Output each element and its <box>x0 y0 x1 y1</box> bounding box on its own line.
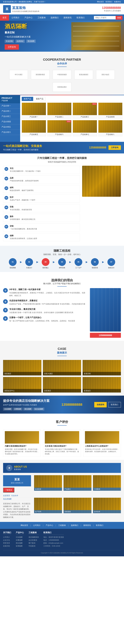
banner3-buttons: 在线咨询 联系我们 <box>94 402 121 408</box>
footer-nav-item-3[interactable]: 工程案例 <box>57 524 67 527</box>
footer-link[interactable]: 酒店隔断案例 <box>28 536 39 538</box>
nav-item-news[interactable]: 新闻资讯 <box>61 15 74 21</box>
arrow-icon-3: ▶ <box>69 260 71 266</box>
top-bar-link-collect[interactable]: 收藏本站 <box>114 1 121 3</box>
sidebar-item-product-5[interactable]: 产品分类六 <box>0 130 20 135</box>
footer-link[interactable]: 学校案例 <box>28 545 39 547</box>
why-item-title-1: 先进设备和精湛技术，质量保证 <box>9 299 85 302</box>
feature-title-7: 保障 <box>10 234 37 237</box>
process-step-5: 06 现场安装 <box>88 258 102 269</box>
sidebar-item-product-3[interactable]: 产品分类四 <box>0 119 20 124</box>
feature-title-1: 品质 <box>10 177 39 179</box>
feature-desc-6: 一站式酒店隔断定制，量身定制方案 <box>10 228 37 230</box>
footer-link[interactable]: 邮箱：info@example.com <box>44 542 64 544</box>
footer-link[interactable]: 电话：13588888888 <box>44 539 64 541</box>
banner3: 提供专业的酒店活动隔断解决方案 多种产品类型供您选择 专业团队为您服务 自由隔断… <box>0 396 124 414</box>
top-bar-link-contact[interactable]: 联系我们 <box>106 1 112 3</box>
footer-link[interactable]: 发展历程 <box>3 545 11 547</box>
nav-item-products[interactable]: 产品中心 <box>22 15 35 21</box>
about-more-btn[interactable]: 了解更多 <box>3 488 14 492</box>
banner2-phone: 13588888888 <box>89 146 106 149</box>
footer-link[interactable]: 企业文化 <box>3 539 11 541</box>
process-desc: 隔断测量、安装、验收一步一步都，省时省心 <box>3 253 121 256</box>
footer-nav-divider: | <box>43 524 44 526</box>
list-item: 05 安装 专业安装团队，快速高效安装 <box>3 204 80 212</box>
header-phone-sub: 专业技术人员为您服务 <box>102 10 121 12</box>
top-bar-link-home[interactable]: 网站首页 <box>97 1 104 3</box>
tab-newest[interactable]: 最新产品 <box>34 97 46 101</box>
footer-nav-divider: | <box>80 524 81 526</box>
products-en-title: PRODUCT <box>2 97 18 99</box>
why-content-3: 注重每一个细节，让客户产品到放心 每一道工序严格把控 品质不妥协，让您用得放心 … <box>9 316 75 322</box>
footer-nav-item-0[interactable]: 网站首页 <box>19 524 30 527</box>
footer-link[interactable]: 推拉隔断 <box>16 542 24 544</box>
main-nav: 首页 公司简介 产品中心 工程案例 选择我们 新闻资讯 联系我们 搜索 <box>0 15 124 21</box>
hero-btn[interactable]: 立即咨询 <box>5 44 19 50</box>
reviews-section: 客户评价 内蒙古某某酒楼反映如何? 该酒店需要一套灵活的隔断方案，经过多方比较，… <box>0 414 124 460</box>
banner3-phone: 13588888888 <box>62 402 82 407</box>
footer-nav-item-1[interactable]: 公司简介 <box>32 524 42 527</box>
site-header: 某 某某装饰 专业的酒店活动隔断定制安装服务商 13588888888 专业技术… <box>0 4 124 15</box>
footer-link[interactable]: 折叠隔断 <box>16 539 24 541</box>
footer-link[interactable]: 活动隔断 <box>16 536 24 538</box>
footer-link[interactable]: 餐厅案例 <box>28 542 39 544</box>
search-input[interactable] <box>94 16 116 20</box>
list-item: 产品名称七 <box>73 120 97 136</box>
footer-nav-item-5[interactable]: 新闻资讯 <box>82 524 92 527</box>
logo: 某 某某装饰 专业的酒店活动隔断定制安装服务商 <box>3 5 39 13</box>
banner3-btn-contact[interactable]: 联系我们 <box>108 402 121 408</box>
feature-text-5: 服务 全程跟踪服务，解决您的后顾之忧 <box>10 215 35 220</box>
about-left: 某某 装饰工程有限公司 了解更多 走进某某 · 社会伙伴 高品质隔断 某某装饰工… <box>3 475 31 519</box>
search-button[interactable]: 搜索 <box>116 16 122 20</box>
about-link-0[interactable]: 走进某某 · 社会伙伴 <box>3 494 31 498</box>
footer-link[interactable]: 玻璃隔断 <box>16 545 24 547</box>
sidebar-item-product-0[interactable]: 产品分类一 <box>0 103 20 108</box>
footer-link[interactable]: 会议室案例 <box>28 539 39 541</box>
nav-item-about[interactable]: 公司简介 <box>9 15 22 21</box>
footer-link[interactable]: 荣誉资质 <box>3 542 11 544</box>
why-title: 选择我们的理由 数大优势，让万千客户受益于我们的信赖我们 <box>3 275 121 288</box>
features-list: 01 专注 专注酒店隔断20年，专注做好每一个项目 02 品质 严格把控材料质量… <box>3 166 121 243</box>
case-label-4: 某某酒店 <box>43 389 81 392</box>
feature-num-7: 08 <box>4 234 8 238</box>
case-label-2: 某某宾馆 <box>82 372 121 376</box>
nav-item-contact[interactable]: 联系我们 <box>74 15 87 21</box>
footer-nav-item-4[interactable]: 选择我们 <box>69 524 80 527</box>
footer-link[interactable]: 工作时间：9:00-18:00 <box>44 545 64 547</box>
about-desc: 某某装饰工程有限公司，专注酒店活动隔断20年，是集设计、生产、安装、售后为一体的… <box>3 502 31 519</box>
sidebar-item-product-4[interactable]: 产品分类五 <box>0 124 20 130</box>
footer-link[interactable]: 地址：某某市某某区某某路 <box>44 536 64 538</box>
footer-nav-item-2[interactable]: 产品中心 <box>44 524 55 527</box>
footer-col-title-1: 产品中心 <box>16 531 24 535</box>
feature-desc-3: 先进生产技术，精确到每一个细节 <box>10 199 35 201</box>
banner2-text: 一站式酒店隔断定制、安装服务 专注隔断工程这一件事，坚持把它做到极致 <box>3 144 42 151</box>
list-item: 产品名称二 <box>47 102 72 119</box>
banner3-title: 提供专业的酒店活动隔断解决方案 <box>3 399 50 403</box>
product-name-4: 产品名称五 <box>22 133 46 136</box>
banner2-consult-btn[interactable]: 立即咨询 <box>108 145 121 150</box>
list-item: 产品名称五 <box>22 120 46 136</box>
footer-link[interactable]: 公司简介 <box>3 536 11 538</box>
nav-item-home[interactable]: 首页 <box>0 15 9 21</box>
banner3-btn-consult[interactable]: 在线咨询 <box>94 402 107 408</box>
tag-0: 自由隔断 <box>3 408 12 410</box>
case-label-3: 某某会议中心 <box>3 389 42 392</box>
sidebar-item-product-2[interactable]: 产品分类三 <box>0 114 20 119</box>
review-title-1: 北京某某大酒店反映如何? <box>45 445 79 448</box>
arrow-icon-0: ▶ <box>20 260 22 266</box>
why-item-0: ① 5年专注，隔断工程一站式服务专家 专业隔断设备和精湛技术，质量保证 中华酒店… <box>3 288 87 297</box>
footer-nav-item-6[interactable]: 联系我们 <box>94 524 105 527</box>
about-banner: ★ ABOUT US 某某装饰 <box>3 463 121 473</box>
product-image-5: NEW <box>48 120 72 133</box>
why-columns: ① 5年专注，隔断工程一站式服务专家 专业隔断设备和精湛技术，质量保证 中华酒店… <box>3 288 121 338</box>
tab-recommended[interactable]: 推荐产品 <box>22 97 33 101</box>
product-name-6: 产品名称七 <box>73 133 97 136</box>
sidebar-item-product-1[interactable]: 产品分类二 <box>0 108 20 114</box>
list-item: 产品名称一 <box>22 102 46 119</box>
nav-item-cases[interactable]: 工程案例 <box>35 15 48 21</box>
about-link-1[interactable]: 高品质隔断 <box>3 498 31 501</box>
feature-title-6: 定制 <box>10 225 37 228</box>
image-pattern <box>82 166 121 197</box>
banner2-desc: 专注隔断工程这一件事，坚持把它做到极致 <box>3 148 42 151</box>
nav-item-why[interactable]: 选择我们 <box>48 15 61 21</box>
